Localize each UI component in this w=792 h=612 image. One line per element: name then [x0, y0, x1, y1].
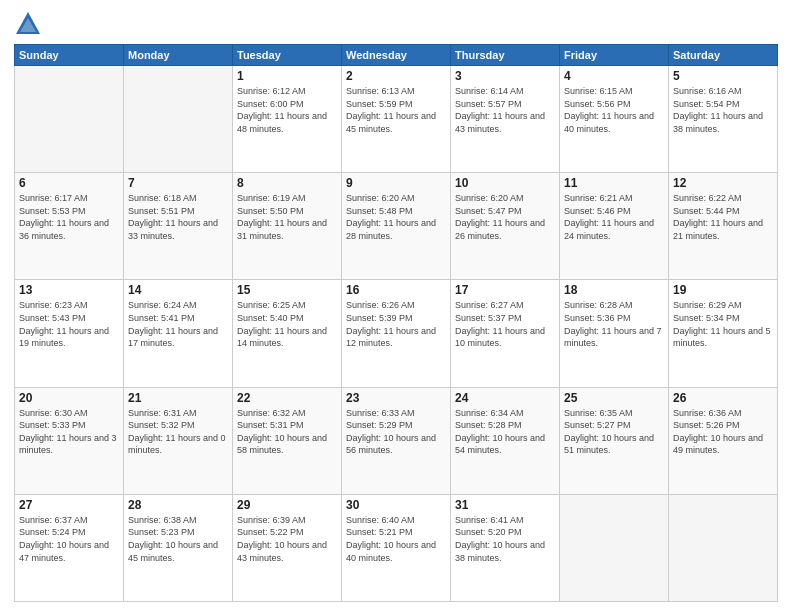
calendar-cell: 29Sunrise: 6:39 AM Sunset: 5:22 PM Dayli…: [233, 494, 342, 601]
day-number: 15: [237, 283, 337, 297]
day-info: Sunrise: 6:22 AM Sunset: 5:44 PM Dayligh…: [673, 192, 773, 242]
calendar-cell: 23Sunrise: 6:33 AM Sunset: 5:29 PM Dayli…: [342, 387, 451, 494]
calendar-cell: 27Sunrise: 6:37 AM Sunset: 5:24 PM Dayli…: [15, 494, 124, 601]
calendar-cell: 28Sunrise: 6:38 AM Sunset: 5:23 PM Dayli…: [124, 494, 233, 601]
day-number: 7: [128, 176, 228, 190]
calendar-cell: 14Sunrise: 6:24 AM Sunset: 5:41 PM Dayli…: [124, 280, 233, 387]
day-number: 1: [237, 69, 337, 83]
calendar-cell: 30Sunrise: 6:40 AM Sunset: 5:21 PM Dayli…: [342, 494, 451, 601]
day-info: Sunrise: 6:27 AM Sunset: 5:37 PM Dayligh…: [455, 299, 555, 349]
day-number: 8: [237, 176, 337, 190]
day-number: 16: [346, 283, 446, 297]
day-number: 19: [673, 283, 773, 297]
day-info: Sunrise: 6:17 AM Sunset: 5:53 PM Dayligh…: [19, 192, 119, 242]
day-info: Sunrise: 6:19 AM Sunset: 5:50 PM Dayligh…: [237, 192, 337, 242]
day-number: 5: [673, 69, 773, 83]
day-number: 9: [346, 176, 446, 190]
day-info: Sunrise: 6:16 AM Sunset: 5:54 PM Dayligh…: [673, 85, 773, 135]
calendar-cell: 15Sunrise: 6:25 AM Sunset: 5:40 PM Dayli…: [233, 280, 342, 387]
calendar-cell: [124, 66, 233, 173]
day-number: 17: [455, 283, 555, 297]
day-number: 18: [564, 283, 664, 297]
calendar-cell: 16Sunrise: 6:26 AM Sunset: 5:39 PM Dayli…: [342, 280, 451, 387]
day-number: 6: [19, 176, 119, 190]
calendar-header-monday: Monday: [124, 45, 233, 66]
day-number: 30: [346, 498, 446, 512]
day-number: 3: [455, 69, 555, 83]
day-info: Sunrise: 6:21 AM Sunset: 5:46 PM Dayligh…: [564, 192, 664, 242]
calendar-header-wednesday: Wednesday: [342, 45, 451, 66]
day-info: Sunrise: 6:26 AM Sunset: 5:39 PM Dayligh…: [346, 299, 446, 349]
day-number: 21: [128, 391, 228, 405]
day-number: 28: [128, 498, 228, 512]
calendar-week-row: 1Sunrise: 6:12 AM Sunset: 6:00 PM Daylig…: [15, 66, 778, 173]
day-info: Sunrise: 6:31 AM Sunset: 5:32 PM Dayligh…: [128, 407, 228, 457]
day-number: 24: [455, 391, 555, 405]
day-info: Sunrise: 6:41 AM Sunset: 5:20 PM Dayligh…: [455, 514, 555, 564]
day-info: Sunrise: 6:35 AM Sunset: 5:27 PM Dayligh…: [564, 407, 664, 457]
day-info: Sunrise: 6:15 AM Sunset: 5:56 PM Dayligh…: [564, 85, 664, 135]
day-number: 14: [128, 283, 228, 297]
calendar-cell: 20Sunrise: 6:30 AM Sunset: 5:33 PM Dayli…: [15, 387, 124, 494]
calendar-cell: 3Sunrise: 6:14 AM Sunset: 5:57 PM Daylig…: [451, 66, 560, 173]
calendar-cell: 5Sunrise: 6:16 AM Sunset: 5:54 PM Daylig…: [669, 66, 778, 173]
calendar-cell: 19Sunrise: 6:29 AM Sunset: 5:34 PM Dayli…: [669, 280, 778, 387]
page: SundayMondayTuesdayWednesdayThursdayFrid…: [0, 0, 792, 612]
calendar-cell: 4Sunrise: 6:15 AM Sunset: 5:56 PM Daylig…: [560, 66, 669, 173]
day-info: Sunrise: 6:32 AM Sunset: 5:31 PM Dayligh…: [237, 407, 337, 457]
calendar-cell: 31Sunrise: 6:41 AM Sunset: 5:20 PM Dayli…: [451, 494, 560, 601]
calendar-cell: 25Sunrise: 6:35 AM Sunset: 5:27 PM Dayli…: [560, 387, 669, 494]
calendar-cell: 1Sunrise: 6:12 AM Sunset: 6:00 PM Daylig…: [233, 66, 342, 173]
day-number: 13: [19, 283, 119, 297]
day-info: Sunrise: 6:14 AM Sunset: 5:57 PM Dayligh…: [455, 85, 555, 135]
calendar-cell: 24Sunrise: 6:34 AM Sunset: 5:28 PM Dayli…: [451, 387, 560, 494]
day-number: 11: [564, 176, 664, 190]
calendar-cell: 21Sunrise: 6:31 AM Sunset: 5:32 PM Dayli…: [124, 387, 233, 494]
calendar-cell: 12Sunrise: 6:22 AM Sunset: 5:44 PM Dayli…: [669, 173, 778, 280]
day-number: 25: [564, 391, 664, 405]
day-info: Sunrise: 6:20 AM Sunset: 5:48 PM Dayligh…: [346, 192, 446, 242]
calendar-cell: 11Sunrise: 6:21 AM Sunset: 5:46 PM Dayli…: [560, 173, 669, 280]
calendar-cell: 10Sunrise: 6:20 AM Sunset: 5:47 PM Dayli…: [451, 173, 560, 280]
day-info: Sunrise: 6:36 AM Sunset: 5:26 PM Dayligh…: [673, 407, 773, 457]
calendar-cell: [669, 494, 778, 601]
calendar-cell: 2Sunrise: 6:13 AM Sunset: 5:59 PM Daylig…: [342, 66, 451, 173]
day-info: Sunrise: 6:39 AM Sunset: 5:22 PM Dayligh…: [237, 514, 337, 564]
calendar-cell: 13Sunrise: 6:23 AM Sunset: 5:43 PM Dayli…: [15, 280, 124, 387]
calendar-week-row: 27Sunrise: 6:37 AM Sunset: 5:24 PM Dayli…: [15, 494, 778, 601]
day-number: 2: [346, 69, 446, 83]
logo-icon: [14, 10, 42, 38]
day-info: Sunrise: 6:37 AM Sunset: 5:24 PM Dayligh…: [19, 514, 119, 564]
calendar-cell: [560, 494, 669, 601]
day-info: Sunrise: 6:29 AM Sunset: 5:34 PM Dayligh…: [673, 299, 773, 349]
calendar-cell: [15, 66, 124, 173]
day-info: Sunrise: 6:13 AM Sunset: 5:59 PM Dayligh…: [346, 85, 446, 135]
calendar-header-sunday: Sunday: [15, 45, 124, 66]
calendar-week-row: 13Sunrise: 6:23 AM Sunset: 5:43 PM Dayli…: [15, 280, 778, 387]
calendar-cell: 26Sunrise: 6:36 AM Sunset: 5:26 PM Dayli…: [669, 387, 778, 494]
calendar-cell: 6Sunrise: 6:17 AM Sunset: 5:53 PM Daylig…: [15, 173, 124, 280]
calendar-cell: 7Sunrise: 6:18 AM Sunset: 5:51 PM Daylig…: [124, 173, 233, 280]
calendar-header-saturday: Saturday: [669, 45, 778, 66]
day-info: Sunrise: 6:34 AM Sunset: 5:28 PM Dayligh…: [455, 407, 555, 457]
header: [14, 10, 778, 38]
day-number: 26: [673, 391, 773, 405]
calendar-header-friday: Friday: [560, 45, 669, 66]
calendar-cell: 22Sunrise: 6:32 AM Sunset: 5:31 PM Dayli…: [233, 387, 342, 494]
day-number: 12: [673, 176, 773, 190]
calendar-table: SundayMondayTuesdayWednesdayThursdayFrid…: [14, 44, 778, 602]
day-info: Sunrise: 6:23 AM Sunset: 5:43 PM Dayligh…: [19, 299, 119, 349]
day-info: Sunrise: 6:12 AM Sunset: 6:00 PM Dayligh…: [237, 85, 337, 135]
calendar-cell: 8Sunrise: 6:19 AM Sunset: 5:50 PM Daylig…: [233, 173, 342, 280]
day-number: 22: [237, 391, 337, 405]
day-number: 27: [19, 498, 119, 512]
calendar-cell: 18Sunrise: 6:28 AM Sunset: 5:36 PM Dayli…: [560, 280, 669, 387]
day-number: 29: [237, 498, 337, 512]
calendar-header-tuesday: Tuesday: [233, 45, 342, 66]
day-info: Sunrise: 6:33 AM Sunset: 5:29 PM Dayligh…: [346, 407, 446, 457]
logo: [14, 10, 46, 38]
day-info: Sunrise: 6:40 AM Sunset: 5:21 PM Dayligh…: [346, 514, 446, 564]
day-number: 4: [564, 69, 664, 83]
day-info: Sunrise: 6:25 AM Sunset: 5:40 PM Dayligh…: [237, 299, 337, 349]
day-info: Sunrise: 6:30 AM Sunset: 5:33 PM Dayligh…: [19, 407, 119, 457]
